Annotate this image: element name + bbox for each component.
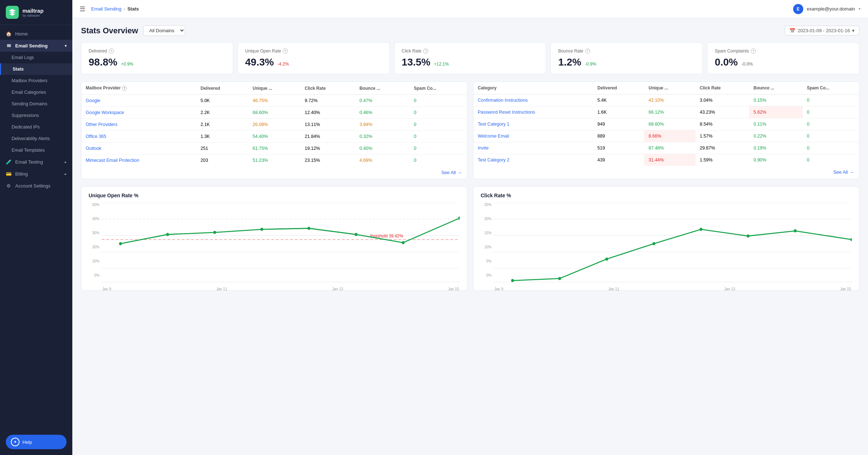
category-delivered: 889: [593, 130, 644, 142]
sidebar-item-email-sending[interactable]: ✉ Email Sending ▾: [0, 40, 72, 52]
mailbox-unique: 51.23%: [248, 155, 301, 167]
sidebar-item-mailbox-providers[interactable]: Mailbox Providers: [0, 75, 72, 87]
svg-point-26: [699, 228, 702, 231]
sidebar-item-account-settings[interactable]: ⚙ Account Settings: [0, 180, 72, 192]
sidebar-item-email-templates[interactable]: Email Templates: [0, 144, 72, 156]
mailbox-name: Outlook: [81, 143, 196, 155]
category-spam: 0: [803, 106, 859, 118]
sidebar-label-dedicated-ips: Dedicated IPs: [12, 125, 40, 130]
spam-info-icon[interactable]: ?: [751, 49, 756, 54]
col-mailbox-click: Click Rate: [301, 82, 355, 95]
category-spam: 0: [803, 94, 859, 106]
mailbox-info-icon[interactable]: ?: [122, 86, 127, 91]
mailbox-link[interactable]: Office 365: [86, 134, 106, 139]
billing-icon: 💳: [6, 171, 12, 177]
bounce-rate-info-icon[interactable]: ?: [585, 49, 590, 54]
sidebar-item-email-testing[interactable]: 🧪 Email Testing ▸: [0, 156, 72, 168]
sidebar-item-email-categories[interactable]: Email Categories: [0, 87, 72, 98]
user-dropdown-arrow[interactable]: ▾: [859, 7, 861, 11]
breadcrumb: Email Sending › Stats: [91, 6, 139, 12]
table-row: Other Providers 2.1K 26.08% 13.11% 3.94%…: [81, 119, 467, 131]
menu-toggle[interactable]: ☰: [80, 5, 85, 13]
click-rate-info-icon[interactable]: ?: [423, 49, 428, 54]
page-title-row: Stats Overview All Domains: [81, 25, 185, 36]
stat-change-spam: -0.0%: [741, 62, 753, 67]
stat-value-row-bounce-rate: 1.2% -0.9%: [558, 56, 695, 68]
mailbox-link[interactable]: Other Providers: [86, 122, 118, 127]
category-unique: 66.12%: [644, 106, 695, 118]
stat-label-open-rate: Unique Open Rate ?: [245, 49, 382, 54]
y-label-10: 10%: [89, 259, 99, 263]
mailbox-delivered: 2.1K: [196, 119, 248, 131]
sidebar-item-email-logs[interactable]: Email Logs: [0, 52, 72, 63]
delivered-info-icon[interactable]: ?: [109, 49, 114, 54]
mailbox-link[interactable]: Mimecast Email Protection: [86, 158, 139, 163]
content-area: Stats Overview All Domains 📅 2023-01-09 …: [72, 18, 868, 455]
mailbox-spam: 0: [409, 143, 467, 155]
sidebar-label-account-settings: Account Settings: [15, 183, 51, 189]
mailbox-click: 19.12%: [301, 143, 355, 155]
sidebar-label-email-sending: Email Sending: [15, 43, 48, 49]
table-row: Test Category 1 949 68.60% 8.54% 0.11% 0: [473, 118, 859, 130]
svg-point-14: [402, 241, 405, 244]
sidebar-item-dedicated-ips[interactable]: Dedicated IPs: [0, 121, 72, 133]
category-click: 3.04%: [695, 94, 749, 106]
category-link[interactable]: Invite: [478, 146, 489, 151]
sidebar-item-home[interactable]: 🏠 Home: [0, 28, 72, 40]
category-click: 1.59%: [695, 154, 749, 166]
stat-card-bounce-rate: Bounce Rate ? 1.2% -0.9%: [550, 42, 703, 74]
category-click: 1.57%: [695, 130, 749, 142]
category-name: Invite: [473, 142, 593, 154]
table-row: Outlook 251 61.75% 19.12% 0.40% 0: [81, 143, 467, 155]
mailbox-bounce: 0.46%: [355, 107, 409, 119]
breadcrumb-current: Stats: [127, 6, 139, 12]
mailbox-link[interactable]: Outlook: [86, 146, 101, 151]
category-link[interactable]: Password Reset Instructions: [478, 110, 535, 115]
col-mailbox-bounce: Bounce ...: [355, 82, 409, 95]
col-category-click: Click Rate: [695, 82, 749, 94]
mailbox-click: 9.72%: [301, 95, 355, 107]
mailbox-click: 12.40%: [301, 107, 355, 119]
logo-sub: by railsware: [22, 14, 43, 17]
svg-point-28: [794, 229, 797, 232]
open-rate-chart-title: Unique Open Rate %: [89, 193, 460, 198]
category-bounce: 0.19%: [749, 142, 803, 154]
sidebar-item-stats[interactable]: Stats: [0, 63, 72, 75]
calendar-icon: 📅: [790, 28, 795, 33]
svg-point-13: [355, 233, 358, 236]
table-row: Confirmation Instructions 5.4K 42.10% 3.…: [473, 94, 859, 106]
col-category-delivered: Delivered: [593, 82, 644, 94]
svg-point-10: [213, 231, 216, 234]
sidebar-item-sending-domains[interactable]: Sending Domains: [0, 98, 72, 110]
help-button[interactable]: ✦ Help: [6, 435, 67, 449]
category-link[interactable]: Test Category 2: [478, 157, 510, 163]
category-table-container: Category Delivered Unique ... Click Rate…: [473, 81, 859, 179]
mailbox-see-all-link[interactable]: See All →: [441, 170, 462, 175]
mailbox-spam: 0: [409, 131, 467, 143]
sidebar: mailtrap by railsware 🏠 Home ✉ Email Sen…: [0, 0, 72, 455]
sidebar-item-deliverability-alerts[interactable]: Deliverability Alerts: [0, 133, 72, 144]
stat-change-open-rate: -4.2%: [277, 62, 289, 67]
category-link[interactable]: Confirmation Instructions: [478, 98, 528, 103]
stat-value-open-rate: 49.3%: [245, 56, 274, 68]
category-bounce: 0.11%: [749, 118, 803, 130]
breadcrumb-parent[interactable]: Email Sending: [91, 6, 122, 12]
category-link[interactable]: Test Category 1: [478, 122, 510, 127]
col-mailbox-delivered: Delivered: [196, 82, 248, 95]
category-see-all-link[interactable]: See All →: [833, 169, 854, 175]
x-label-jan15: Jan 15: [448, 287, 459, 291]
domain-select[interactable]: All Domains: [143, 25, 185, 36]
topbar-right: E example@your.domain ▾: [793, 4, 861, 14]
mailbox-name: Google Workspace: [81, 107, 196, 119]
sidebar-label-billing: Billing: [15, 171, 28, 177]
mailbox-link[interactable]: Google: [86, 98, 100, 103]
date-range-picker[interactable]: 📅 2023-01-09 - 2023-01-16 ▾: [785, 26, 859, 35]
mailbox-link[interactable]: Google Workspace: [86, 110, 124, 115]
sidebar-item-billing[interactable]: 💳 Billing ▸: [0, 168, 72, 180]
sidebar-item-suppressions[interactable]: Suppressions: [0, 110, 72, 121]
category-link[interactable]: Welcome Email: [478, 134, 509, 139]
open-rate-info-icon[interactable]: ?: [283, 49, 288, 54]
sidebar-label-suppressions: Suppressions: [12, 113, 39, 118]
sidebar-label-deliverability-alerts: Deliverability Alerts: [12, 136, 50, 141]
page-header: Stats Overview All Domains 📅 2023-01-09 …: [81, 25, 859, 36]
